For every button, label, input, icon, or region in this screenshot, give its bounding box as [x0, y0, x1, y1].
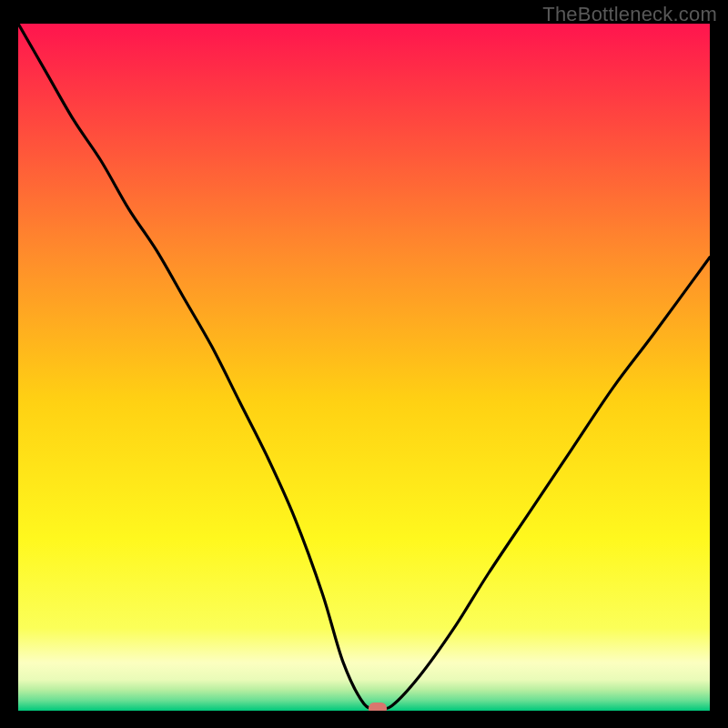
bottleneck-curve — [18, 24, 710, 711]
minimum-marker — [369, 703, 387, 711]
chart-frame: TheBottleneck.com — [0, 0, 728, 728]
watermark-text: TheBottleneck.com — [542, 3, 717, 26]
plot-area — [18, 24, 710, 711]
